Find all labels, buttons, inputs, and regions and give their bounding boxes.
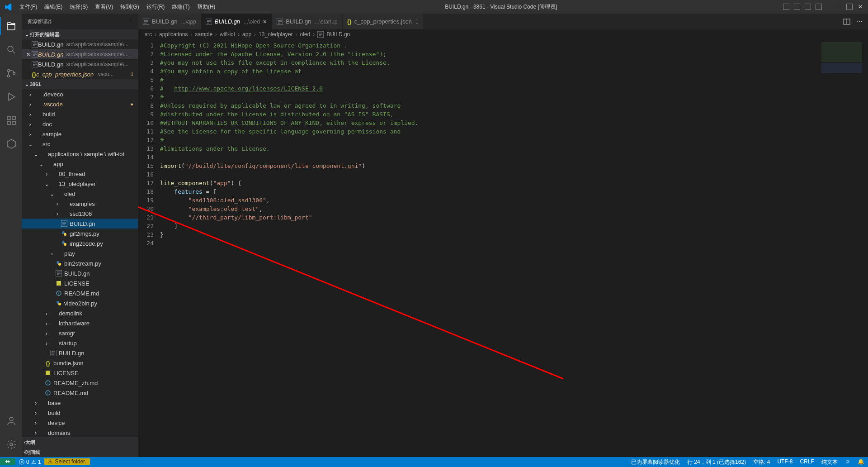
tree-item[interactable]: ›00_thread: [22, 169, 138, 179]
twisty-icon[interactable]: ›: [54, 200, 61, 207]
tree-item[interactable]: bin2stream.py: [22, 258, 138, 268]
account-icon[interactable]: [0, 412, 22, 430]
menu-item[interactable]: 运行(R): [143, 0, 169, 14]
tree-item[interactable]: LICENSE: [22, 368, 138, 378]
timeline-header[interactable]: › 时间线: [22, 447, 138, 457]
tree-item[interactable]: BUILD.gn: [22, 219, 138, 229]
maximize-icon[interactable]: [846, 4, 853, 10]
twisty-icon[interactable]: ›: [54, 210, 61, 217]
breadcrumb[interactable]: src›applications›sample›wifi-iot›app›13_…: [138, 29, 868, 39]
breadcrumb-item[interactable]: wifi-iot: [220, 31, 235, 38]
layout-panel-icon[interactable]: [794, 4, 800, 10]
tree-item[interactable]: ›samgr: [22, 328, 138, 338]
open-editor-item[interactable]: ✕BUILD.gnsrc\applications\sample\...: [22, 49, 138, 59]
encoding[interactable]: UTF-8: [774, 458, 796, 465]
close-editor-icon[interactable]: ✕: [24, 51, 32, 58]
tree-item[interactable]: ›examples: [22, 199, 138, 209]
menu-item[interactable]: 查看(V): [91, 0, 117, 14]
tree-item[interactable]: iREADME_zh.md: [22, 378, 138, 388]
twisty-icon[interactable]: ›: [43, 320, 50, 327]
tree-item[interactable]: ›sample: [22, 129, 138, 139]
tree-item[interactable]: ›base: [22, 398, 138, 408]
tree-item[interactable]: BUILD.gn: [22, 348, 138, 358]
tree-item[interactable]: ›build: [22, 408, 138, 418]
twisty-icon[interactable]: ⌄: [38, 161, 44, 167]
menu-item[interactable]: 转到(G): [117, 0, 142, 14]
tree-item[interactable]: ›.deveco: [22, 89, 138, 99]
open-editors-header[interactable]: ⌄ 打开的编辑器: [22, 29, 138, 39]
language-mode[interactable]: 纯文本: [818, 458, 841, 466]
more-actions-icon[interactable]: ⋯: [857, 18, 863, 25]
layout-custom-icon[interactable]: [816, 4, 822, 10]
sidebar-more-icon[interactable]: ⋯: [127, 19, 132, 24]
tree-item[interactable]: iREADME.md: [22, 288, 138, 298]
tree-item[interactable]: ›ssd1306: [22, 209, 138, 219]
close-icon[interactable]: [858, 4, 863, 10]
outline-header[interactable]: › 大纲: [22, 437, 138, 447]
tree-item[interactable]: ⌄src: [22, 139, 138, 149]
tree-item[interactable]: video2bin.py: [22, 298, 138, 308]
select-folder-warning[interactable]: ⚠ Select folder.: [44, 458, 90, 465]
layout-icons[interactable]: [783, 4, 830, 10]
twisty-icon[interactable]: ›: [43, 171, 50, 177]
tree-item[interactable]: img2code.py: [22, 238, 138, 248]
search-icon[interactable]: [0, 41, 22, 59]
tree-item[interactable]: LICENSE: [22, 278, 138, 288]
twisty-icon[interactable]: ›: [33, 410, 39, 416]
tree-item[interactable]: ›device: [22, 418, 138, 428]
twisty-icon[interactable]: ⌄: [43, 181, 50, 187]
code-editor[interactable]: 123456789101112131415161718192021222324 …: [138, 39, 868, 457]
twisty-icon[interactable]: ⌄: [33, 151, 39, 157]
editor-tab[interactable]: BUILD.gn...\startup: [272, 14, 342, 29]
breadcrumb-item[interactable]: src: [145, 31, 152, 38]
open-editor-item[interactable]: BUILD.gnsrc\applications\sample\...: [22, 59, 138, 69]
tree-item[interactable]: ⌄13_oledplayer: [22, 179, 138, 189]
tree-item[interactable]: ›.vscode●: [22, 99, 138, 109]
twisty-icon[interactable]: ›: [49, 250, 55, 257]
editor-tab[interactable]: BUILD.gn...\app: [138, 14, 201, 29]
tree-item[interactable]: ›domains: [22, 428, 138, 437]
feedback-icon[interactable]: ☺: [841, 458, 854, 465]
close-tab-icon[interactable]: ✕: [263, 19, 267, 25]
screen-reader-status[interactable]: 已为屏幕阅读器优化: [627, 458, 684, 466]
indentation[interactable]: 空格: 4: [750, 458, 774, 466]
project-header[interactable]: ⌄ 3861: [22, 79, 138, 89]
eol[interactable]: CRLF: [796, 458, 817, 465]
breadcrumb-item[interactable]: app: [242, 31, 251, 38]
open-editor-item[interactable]: BUILD.gnsrc\applications\sample\...: [22, 39, 138, 49]
breadcrumb-item[interactable]: oled: [300, 31, 311, 38]
tree-item[interactable]: BUILD.gn: [22, 268, 138, 278]
tree-item[interactable]: {}bundle.json: [22, 358, 138, 368]
menu-item[interactable]: 文件(F): [16, 0, 41, 14]
menu-item[interactable]: 终端(T): [168, 0, 193, 14]
twisty-icon[interactable]: ›: [27, 101, 33, 108]
tree-item[interactable]: ›build: [22, 109, 138, 119]
tree-item[interactable]: ›doc: [22, 119, 138, 129]
source-control-icon[interactable]: [0, 64, 22, 82]
tree-item[interactable]: ⌄applications \ sample \ wifi-iot: [22, 149, 138, 159]
twisty-icon[interactable]: ›: [43, 340, 50, 347]
breadcrumb-item[interactable]: 13_oledplayer: [259, 31, 292, 38]
tree-item[interactable]: iREADME.md: [22, 388, 138, 398]
run-debug-icon[interactable]: [0, 88, 22, 106]
menu-item[interactable]: 选择(S): [66, 0, 91, 14]
menu-item[interactable]: 编辑(E): [41, 0, 66, 14]
twisty-icon[interactable]: ›: [33, 400, 39, 406]
split-editor-icon[interactable]: [843, 18, 850, 25]
layout-secondary-icon[interactable]: [805, 4, 811, 10]
tree-item[interactable]: ›startup: [22, 338, 138, 348]
tree-item[interactable]: ›play: [22, 248, 138, 258]
twisty-icon[interactable]: ›: [43, 310, 50, 317]
editor-tab[interactable]: BUILD.gn...\oled✕: [201, 14, 272, 29]
twisty-icon[interactable]: ⌄: [27, 141, 33, 148]
remote-indicator[interactable]: [0, 458, 15, 465]
extensions-icon[interactable]: [0, 111, 22, 129]
tree-item[interactable]: gif2imgs.py: [22, 229, 138, 238]
open-editor-item[interactable]: {}c_cpp_properties.json.vsco...1: [22, 69, 138, 79]
breadcrumb-item[interactable]: sample: [195, 31, 212, 38]
tree-item[interactable]: ›demolink: [22, 308, 138, 318]
twisty-icon[interactable]: ›: [33, 419, 39, 426]
problems-indicator[interactable]: ⓧ0 ⚠1: [15, 458, 44, 466]
twisty-icon[interactable]: ›: [27, 91, 33, 98]
code-content[interactable]: #Copyright (C) 2021 HiHope Open Source O…: [160, 39, 818, 457]
